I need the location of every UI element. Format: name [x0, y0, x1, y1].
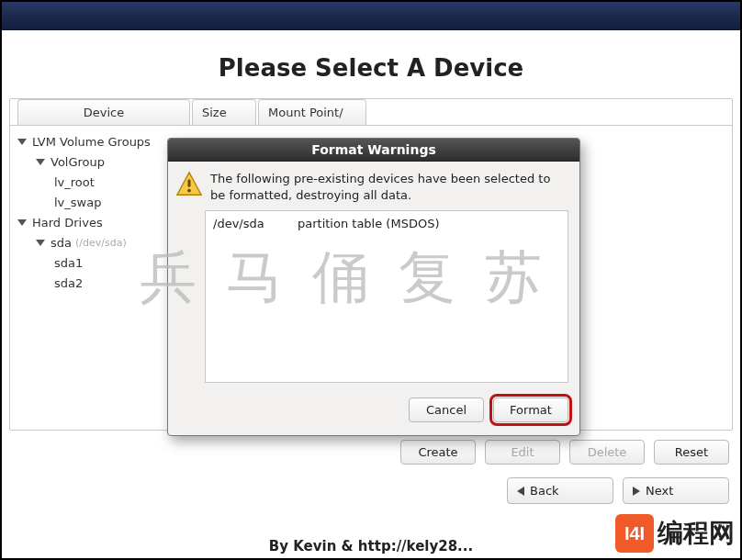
device-list[interactable]: /dev/sda partition table (MSDOS)	[205, 210, 568, 383]
cancel-button[interactable]: Cancel	[409, 398, 484, 422]
edit-button: Edit	[485, 440, 560, 465]
reset-button[interactable]: Reset	[654, 440, 729, 465]
dialog-title: Format Warnings	[168, 139, 579, 162]
tree-label: Hard Drives	[32, 216, 103, 230]
partition-buttons: Create Edit Delete Reset	[2, 440, 729, 465]
arrow-left-icon	[517, 487, 524, 496]
create-button[interactable]: Create	[400, 440, 476, 465]
next-label: Next	[646, 484, 673, 498]
site-logo-text: 编程网	[654, 516, 735, 551]
tree-hint: (/dev/sda)	[75, 237, 127, 249]
back-label: Back	[530, 484, 559, 498]
svg-rect-1	[188, 179, 191, 186]
delete-button: Delete	[569, 440, 645, 465]
svg-point-2	[187, 189, 191, 193]
tree-label: LVM Volume Groups	[32, 135, 151, 149]
chevron-down-icon[interactable]	[36, 240, 45, 246]
tree-label: sda2	[54, 276, 83, 290]
site-logo-badge: I4I	[615, 514, 654, 553]
format-button[interactable]: Format	[493, 398, 568, 422]
warning-icon	[175, 171, 203, 203]
back-button[interactable]: Back	[507, 477, 613, 504]
page-title: Please Select A Device	[2, 54, 740, 82]
device-list-row[interactable]: /dev/sda partition table (MSDOS)	[213, 217, 560, 230]
arrow-right-icon	[633, 487, 640, 496]
chevron-down-icon[interactable]	[17, 139, 27, 145]
tree-label: sda1	[54, 256, 83, 270]
chevron-down-icon[interactable]	[17, 219, 27, 226]
format-warnings-dialog: Format Warnings The following pre-existi…	[167, 138, 580, 436]
installer-top-bar	[2, 2, 740, 30]
nav-buttons: Back Next	[2, 477, 729, 504]
tree-label: lv_swap	[54, 196, 101, 209]
device-path: /dev/sda	[213, 217, 298, 230]
site-logo: I4I 编程网	[615, 514, 735, 553]
column-size[interactable]: Size	[192, 99, 256, 125]
next-button[interactable]: Next	[623, 477, 729, 504]
column-headers: Device Size Mount Point/	[10, 99, 732, 125]
tree-label: VolGroup	[51, 155, 105, 169]
tree-label: sda	[51, 236, 72, 250]
column-mount[interactable]: Mount Point/	[258, 99, 366, 125]
tree-label: lv_root	[54, 175, 95, 189]
device-desc: partition table (MSDOS)	[298, 217, 439, 230]
dialog-message: The following pre-existing devices have …	[210, 171, 568, 203]
chevron-down-icon[interactable]	[36, 159, 45, 165]
column-device[interactable]: Device	[17, 99, 190, 125]
